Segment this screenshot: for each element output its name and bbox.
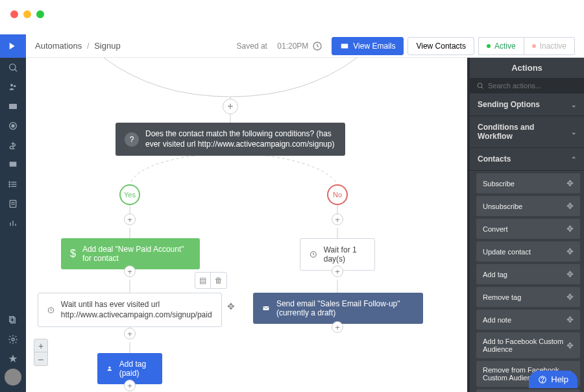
help-button[interactable]: Help	[529, 371, 578, 388]
list-icon[interactable]	[0, 175, 26, 194]
add-step-button[interactable]: +	[332, 321, 343, 333]
trash-icon[interactable]: 🗑	[211, 273, 226, 288]
zoom-out-button[interactable]: –	[34, 352, 47, 365]
question-icon: ?	[125, 132, 139, 147]
minimize-dot[interactable]	[23, 10, 31, 18]
person-icon	[106, 364, 113, 373]
status-active-button[interactable]: Active	[478, 37, 524, 55]
action-unsubscribe[interactable]: Unsubscribe✥	[476, 196, 580, 216]
reports-icon[interactable]	[0, 214, 26, 233]
clock-icon	[47, 304, 55, 316]
breadcrumb-root[interactable]: Automations	[35, 41, 82, 51]
move-icon: ✥	[566, 315, 574, 325]
action-subscribe[interactable]: Subscribe✥	[476, 173, 580, 193]
left-rail	[0, 34, 26, 392]
deals-icon[interactable]	[0, 136, 26, 155]
move-icon: ✥	[566, 178, 574, 188]
add-deal-node[interactable]: $ Add deal "New Paid Account" for contac…	[61, 238, 200, 269]
actions-search-input[interactable]	[488, 82, 578, 90]
maximize-dot[interactable]	[36, 10, 44, 18]
gear-icon[interactable]	[0, 330, 26, 349]
wait-visited-node[interactable]: Wait until has ever visited url http://w…	[38, 293, 222, 327]
automation-icon[interactable]	[0, 116, 26, 136]
add-step-button[interactable]: +	[124, 265, 136, 277]
saved-indicator: Saved at 01:20PM	[237, 41, 323, 51]
app-logo[interactable]	[0, 34, 26, 58]
clock-icon	[310, 249, 317, 260]
automation-canvas[interactable]: + ? Does the contact match the following…	[26, 58, 467, 392]
chevron-down-icon: ⌄	[571, 129, 576, 136]
node-tools: ▤ 🗑	[195, 272, 227, 289]
add-step-button[interactable]: +	[332, 265, 343, 277]
add-step-button[interactable]: +	[124, 328, 136, 339]
svg-rect-42	[263, 306, 269, 310]
action-add-note[interactable]: Add note✥	[476, 310, 580, 330]
svg-point-3	[14, 85, 16, 87]
form-icon[interactable]	[0, 194, 26, 214]
section-sending[interactable]: Sending Options⌄	[470, 93, 584, 116]
chat-icon[interactable]	[0, 155, 26, 175]
add-step-button[interactable]: +	[124, 380, 136, 391]
add-step-button[interactable]: +	[332, 214, 343, 225]
svg-point-40	[108, 367, 110, 369]
view-contacts-button[interactable]: View Contacts	[408, 37, 474, 55]
chevron-up-icon: ⌃	[571, 156, 576, 163]
history-icon[interactable]	[312, 41, 322, 51]
svg-line-44	[481, 87, 483, 89]
search-icon	[476, 82, 484, 90]
mail-icon	[262, 303, 270, 313]
action-add-fb-audience[interactable]: Add to Facebook Custom Audience✥	[476, 332, 580, 358]
action-adjust-score[interactable]: Adjust score✥	[476, 389, 580, 392]
search-icon[interactable]	[0, 58, 26, 77]
status-toggle: Active Inactive	[478, 37, 575, 55]
topbar: Automations / Signup Saved at 01:20PM Vi…	[26, 34, 584, 58]
window-controls	[10, 10, 44, 18]
close-dot[interactable]	[10, 10, 18, 18]
action-add-tag[interactable]: Add tag✥	[476, 264, 580, 284]
copy-icon[interactable]	[0, 310, 26, 330]
svg-point-2	[10, 84, 13, 86]
svg-rect-20	[11, 318, 16, 323]
avatar[interactable]	[5, 369, 21, 386]
breadcrumb-page: Signup	[94, 41, 120, 51]
move-icon: ✥	[566, 269, 574, 279]
actions-title: Actions	[470, 58, 584, 78]
svg-line-1	[15, 69, 17, 71]
add-step-button[interactable]: +	[124, 214, 136, 225]
move-icon: ✥	[566, 224, 574, 234]
section-contacts[interactable]: Contacts⌃	[470, 148, 584, 171]
svg-point-11	[9, 182, 10, 182]
dollar-icon: $	[70, 248, 76, 260]
svg-point-43	[478, 83, 482, 88]
svg-rect-21	[10, 317, 14, 322]
note-icon[interactable]: ▤	[195, 273, 211, 288]
svg-point-13	[9, 186, 10, 187]
contacts-icon[interactable]	[0, 77, 26, 97]
view-emails-button[interactable]: View Emails	[332, 37, 404, 55]
zoom-control: + –	[34, 339, 48, 366]
inactive-dot-icon	[532, 44, 536, 48]
move-icon[interactable]: ✥	[227, 301, 235, 312]
contacts-action-list: Subscribe✥ Unsubscribe✥ Convert✥ Update …	[470, 171, 584, 392]
svg-rect-7	[10, 162, 17, 166]
svg-point-46	[542, 381, 543, 382]
section-conditions[interactable]: Conditions and Workflow⌄	[470, 116, 584, 148]
star-icon[interactable]	[0, 349, 26, 369]
svg-point-6	[12, 125, 14, 127]
no-node[interactable]: No	[327, 184, 348, 205]
actions-panel: Actions Sending Options⌄ Conditions and …	[467, 58, 584, 392]
active-dot-icon	[487, 44, 491, 48]
condition-node[interactable]: ? Does the contact match the following c…	[116, 123, 345, 156]
action-remove-tag[interactable]: Remove tag✥	[476, 287, 580, 307]
yes-node[interactable]: Yes	[119, 184, 140, 205]
add-step-button[interactable]: +	[223, 99, 238, 114]
status-inactive-button[interactable]: Inactive	[524, 37, 575, 55]
zoom-in-button[interactable]: +	[34, 339, 47, 352]
send-email-node[interactable]: Send email "Sales Email Follow-up" (curr…	[253, 293, 423, 324]
action-update-contact[interactable]: Update contact✥	[476, 241, 580, 262]
mail-icon[interactable]	[0, 97, 26, 116]
actions-search[interactable]	[470, 78, 584, 93]
svg-point-22	[12, 338, 14, 341]
action-convert[interactable]: Convert✥	[476, 219, 580, 239]
chevron-down-icon: ⌄	[571, 101, 576, 108]
